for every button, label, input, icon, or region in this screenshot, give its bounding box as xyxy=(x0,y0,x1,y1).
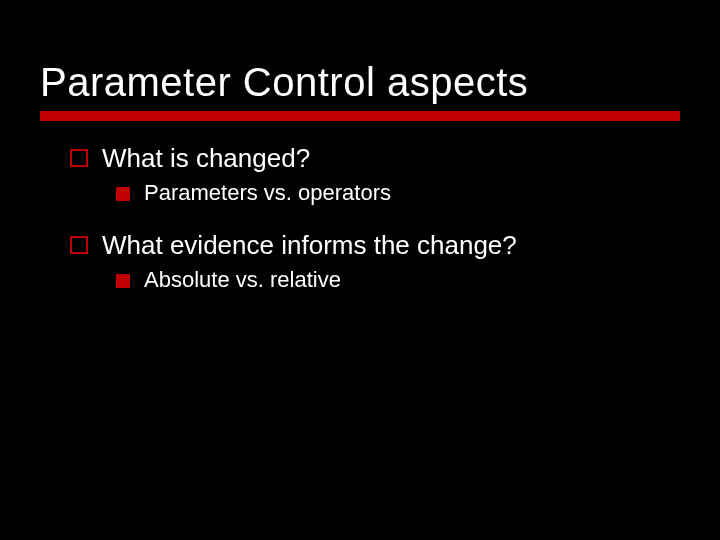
filled-square-icon xyxy=(116,274,130,288)
bullet-level2: Parameters vs. operators xyxy=(116,180,680,206)
slide-title: Parameter Control aspects xyxy=(40,60,680,105)
hollow-square-icon xyxy=(70,236,88,254)
bullet-level1: What is changed? xyxy=(70,143,680,174)
bullet-text: Absolute vs. relative xyxy=(144,267,341,293)
bullet-level1: What evidence informs the change? xyxy=(70,230,680,261)
title-underline xyxy=(40,111,680,121)
slide: Parameter Control aspects What is change… xyxy=(0,0,720,540)
filled-square-icon xyxy=(116,187,130,201)
bullet-text: Parameters vs. operators xyxy=(144,180,391,206)
bullet-text: What is changed? xyxy=(102,143,310,174)
bullet-level2: Absolute vs. relative xyxy=(116,267,680,293)
hollow-square-icon xyxy=(70,149,88,167)
bullet-text: What evidence informs the change? xyxy=(102,230,517,261)
